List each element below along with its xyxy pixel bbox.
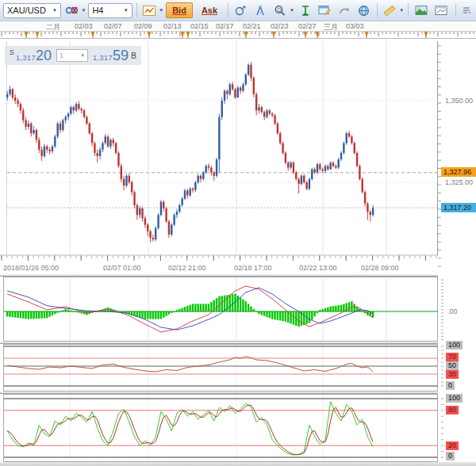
buy-price-big: 59 — [113, 48, 129, 63]
rsi-level-label: 30 — [446, 370, 459, 379]
stoch-level-label: 20 — [446, 441, 459, 450]
stoch-level-label: 80 — [446, 406, 459, 414]
volume-value: 1 — [60, 52, 63, 59]
rsi-level-label: 70 — [446, 353, 459, 361]
volume-combo[interactable]: 1 ▼ — [56, 49, 88, 62]
time-axis-label: 2018/01/26 05:00 — [3, 264, 59, 272]
sell-label: S — [10, 48, 14, 56]
time-axis-label: 02/07 01:00 — [103, 264, 141, 272]
buy-label: B — [131, 52, 136, 60]
trading-app-window: XAU/USD ▼ ▼ H4 ▼ ▼ Bid Ask — [0, 0, 476, 466]
time-axis-label: 02/28 09:00 — [361, 264, 399, 272]
stoch-level-label: 0 — [446, 452, 455, 460]
chevron-down-icon: ▼ — [80, 53, 85, 58]
sell-price-big: 20 — [36, 48, 52, 63]
buy-price-small: 1,317 — [93, 54, 113, 62]
macd-zero-label: .00 — [447, 307, 458, 315]
time-axis-label: 02/22 13:00 — [299, 264, 337, 272]
price-axis-label: 1,350.00 — [445, 97, 473, 105]
sell-price-small: 1,317 — [16, 54, 36, 62]
buy-button[interactable]: 1,317 59 B — [93, 48, 136, 63]
sell-button[interactable]: S 1,317 20 — [10, 48, 52, 63]
time-axis-label: 02/18 17:00 — [234, 264, 272, 272]
stoch-level-label: 100 — [446, 394, 463, 403]
time-axis-label: 02/12 21:00 — [168, 264, 206, 272]
chart-canvas[interactable] — [0, 0, 476, 466]
rsi-level-label: 0 — [446, 381, 455, 390]
bid-price-badge: 1,317.20 — [441, 203, 476, 212]
price-axis-label: 1,325.00 — [445, 178, 473, 186]
rsi-level-label: 50 — [446, 361, 459, 370]
order-price-badge: 1,327.96 — [441, 167, 476, 177]
rsi-level-label: 100 — [446, 341, 463, 350]
one-click-trade-widget: S 1,317 20 1 ▼ 1,317 59 B — [5, 46, 141, 65]
